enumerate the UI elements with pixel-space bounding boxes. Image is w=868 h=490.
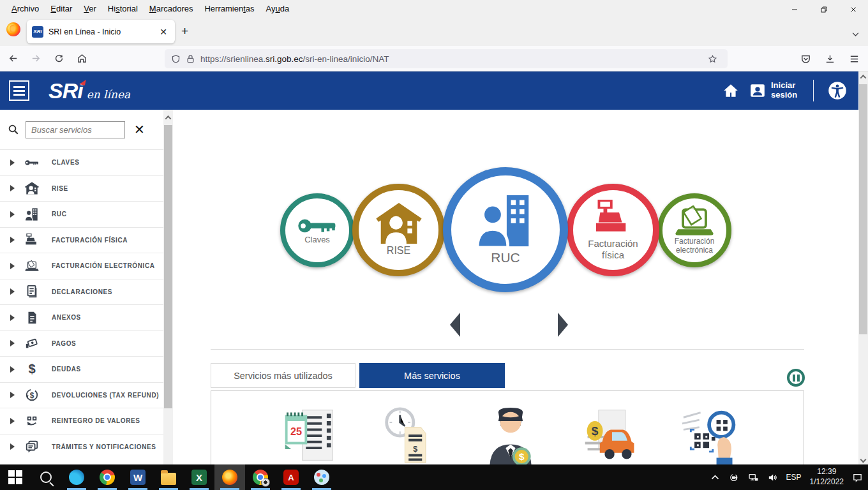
home-icon[interactable] [71, 50, 92, 68]
vehicle-dollar-icon[interactable] [581, 406, 640, 464]
page-scrollbar[interactable] [858, 71, 868, 464]
language-indicator[interactable]: ESP [786, 473, 802, 482]
search-input[interactable] [26, 121, 125, 138]
sidebar-item-tramites[interactable]: TRÁMITES Y NOTIFICACIONES [0, 434, 163, 460]
login-button[interactable]: Iniciar sesión [749, 81, 799, 100]
cash-register-icon [593, 200, 634, 237]
carousel-prev-icon[interactable] [450, 313, 460, 337]
sidebar-item-declaraciones[interactable]: DECLARACIONES [0, 279, 163, 305]
sidebar-toggle-icon[interactable] [9, 80, 29, 101]
header-home-icon[interactable] [722, 82, 739, 99]
app-menu-icon[interactable] [844, 50, 864, 68]
menu-historial[interactable]: Historial [103, 2, 143, 15]
downloads-icon[interactable] [819, 50, 840, 68]
carousel-item-facturacion-electronica[interactable]: Facturación electrónica [657, 193, 731, 267]
user-icon [749, 82, 766, 99]
sidebar-item-devoluciones[interactable]: DEVOLUCIONES (TAX REFUND) [0, 382, 163, 408]
browser-tab[interactable]: SRi SRI en Línea - Inicio ✕ [27, 20, 175, 43]
paint-icon [314, 470, 329, 485]
lock-icon[interactable] [186, 54, 195, 64]
meet-now-icon[interactable] [729, 472, 740, 483]
sidebar-item-deudas[interactable]: DEUDAS [0, 356, 163, 382]
sidebar-item-pagos[interactable]: PAGOS [0, 330, 163, 357]
laptop-invoice-icon [675, 205, 714, 237]
scroll-down-icon[interactable] [858, 454, 868, 464]
service-tabs: Servicios más utilizados Más servicios [211, 363, 505, 388]
tab-close-icon[interactable]: ✕ [157, 26, 170, 38]
calendar-document-icon[interactable] [281, 406, 340, 464]
sri-logo[interactable]: SRi en línea [49, 78, 130, 103]
network-icon[interactable] [748, 472, 759, 483]
carousel-item-facturacion-fisica[interactable]: Facturación física [567, 184, 659, 276]
restore-button[interactable] [809, 0, 839, 19]
search-clear-icon[interactable]: ✕ [134, 122, 145, 137]
new-tab-button[interactable]: + [181, 26, 188, 37]
sidebar-item-facturacion-electronica[interactable]: FACTURACIÓN ELECTRÓNICA [0, 253, 163, 279]
hidden-icons-chevron-icon[interactable] [710, 472, 721, 483]
taskbar-chrome-profile[interactable] [245, 464, 276, 490]
carousel-item-rise[interactable]: RISE [352, 184, 445, 276]
tab-servicios-mas-utilizados[interactable]: Servicios más utilizados [211, 363, 355, 388]
menu-marcadores[interactable]: Marcadores [144, 2, 198, 15]
taskbar-search-button[interactable] [31, 464, 61, 490]
menu-editar[interactable]: Editar [45, 2, 77, 15]
taskbar-excel[interactable]: X [184, 464, 214, 490]
menu-archivo[interactable]: Archivo [6, 2, 44, 15]
close-window-button[interactable] [839, 0, 868, 19]
scroll-up-icon[interactable] [858, 71, 868, 82]
sidebar-item-claves[interactable]: CLAVES [0, 149, 163, 175]
start-button[interactable] [0, 464, 31, 490]
clock[interactable]: 12:39 1/12/2022 [810, 467, 844, 487]
volume-icon[interactable] [767, 472, 778, 483]
taskbar-firefox[interactable] [214, 464, 245, 490]
menu-herramientas[interactable]: Herramientas [199, 2, 259, 15]
tracking-protection-icon[interactable] [171, 54, 181, 64]
word-icon: W [130, 470, 146, 485]
bookmark-star-icon[interactable] [703, 51, 721, 66]
back-icon[interactable] [3, 50, 23, 68]
sidebar-scrollbar[interactable] [163, 110, 173, 464]
tab-mas-servicios[interactable]: Más servicios [359, 363, 505, 388]
menu-ver[interactable]: Ver [79, 2, 101, 15]
sidebar-item-anexos[interactable]: ANEXOS [0, 304, 163, 330]
qr-scan-icon[interactable] [681, 406, 740, 464]
tab-strip: SRi SRI en Línea - Inicio ✕ + [0, 17, 868, 46]
search-icon [40, 471, 52, 483]
minimize-button[interactable] [780, 0, 809, 19]
carousel-item-ruc[interactable]: RUC [443, 167, 568, 292]
carousel-item-claves[interactable]: Claves [280, 193, 354, 267]
person-coin-icon[interactable] [481, 406, 540, 464]
taskbar-chrome[interactable] [92, 464, 123, 490]
list-all-tabs-icon[interactable] [851, 29, 860, 41]
sidebar-scroll-up-icon[interactable] [163, 112, 173, 122]
taskbar-acrobat[interactable]: A [276, 464, 306, 490]
sidebar-item-rise[interactable]: RISE [0, 175, 163, 202]
firefox-icon [222, 470, 237, 485]
accessibility-icon[interactable] [828, 81, 847, 100]
services-panel [211, 390, 804, 464]
pocket-icon[interactable] [795, 50, 816, 68]
main-content: Claves RISE RUC Facturación física Factu… [173, 110, 858, 464]
taskbar-word[interactable]: W [123, 464, 153, 490]
sidebar-scrollbar-thumb[interactable] [164, 125, 172, 408]
taskbar-paint[interactable] [306, 464, 337, 490]
sidebar-item-facturacion-fisica[interactable]: FACTURACIÓN FÍSICA [0, 227, 163, 253]
sidebar-item-reintegro[interactable]: REINTEGRO DE VALORES [0, 408, 163, 434]
navigation-toolbar: https://srienlinea.sri.gob.ec/sri-en-lin… [0, 46, 868, 71]
sidebar-item-ruc[interactable]: RUC [0, 201, 163, 227]
folder-icon [161, 473, 176, 485]
sri-header: SRi en línea Iniciar sesión [0, 71, 858, 110]
taskbar-file-explorer[interactable] [153, 464, 184, 490]
action-center-icon[interactable] [852, 472, 863, 483]
pause-carousel-icon[interactable] [787, 369, 805, 387]
chrome-icon [253, 470, 268, 485]
reload-icon[interactable] [49, 50, 69, 68]
caret-icon [10, 315, 15, 321]
menu-ayuda[interactable]: Ayuda [261, 2, 295, 15]
carousel-next-icon[interactable] [558, 313, 568, 337]
taskbar-edge[interactable] [61, 464, 92, 490]
page-scrollbar-thumb[interactable] [859, 84, 867, 334]
url-bar[interactable]: https://srienlinea.sri.gob.ec/sri-en-lin… [165, 49, 728, 68]
clock-document-icon[interactable] [382, 406, 440, 464]
forward-icon[interactable] [26, 50, 46, 68]
